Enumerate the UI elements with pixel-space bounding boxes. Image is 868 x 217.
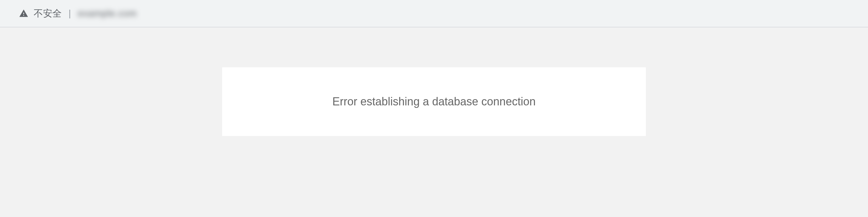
page-content: Error establishing a database connection — [0, 27, 868, 217]
url-text: example.com — [78, 8, 137, 19]
security-status-label: 不安全 — [34, 7, 62, 20]
warning-triangle-icon — [19, 8, 29, 19]
address-bar: 不安全 | example.com — [0, 0, 868, 27]
address-divider: | — [68, 8, 71, 19]
error-box: Error establishing a database connection — [222, 67, 646, 136]
address-pill[interactable]: 不安全 | example.com — [12, 5, 143, 23]
error-message: Error establishing a database connection — [333, 95, 535, 108]
